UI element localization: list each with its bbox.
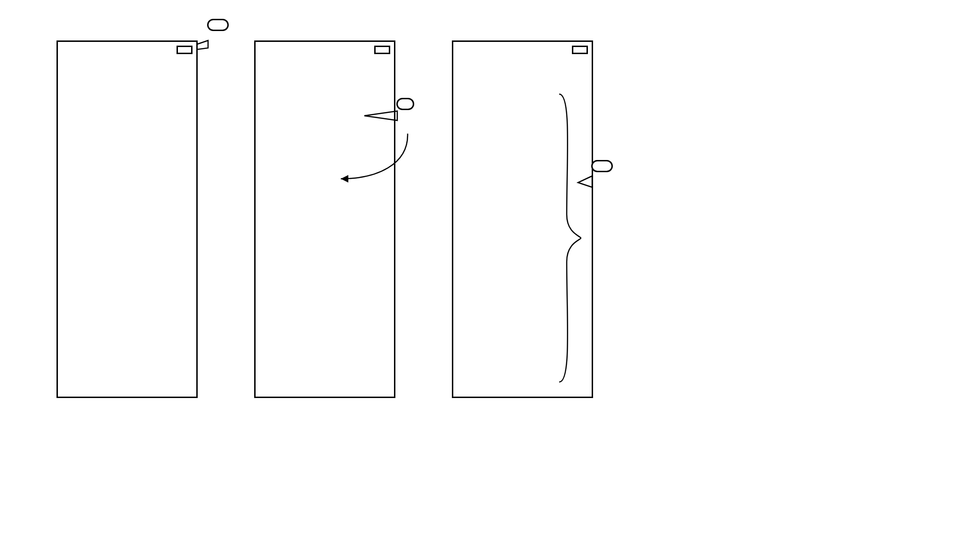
panel-5-1 — [56, 40, 198, 398]
panel-5-2 — [254, 40, 395, 398]
smart-grouping-button[interactable] — [374, 46, 390, 54]
callout-final-results — [591, 160, 613, 172]
smart-grouping-button[interactable] — [177, 46, 193, 54]
diagram-stage — [28, 19, 951, 539]
panel-5-3 — [452, 40, 593, 398]
callout-user-clicking — [207, 19, 229, 31]
callout-user-adjustment — [396, 98, 414, 110]
smart-grouping-button[interactable] — [572, 46, 588, 54]
